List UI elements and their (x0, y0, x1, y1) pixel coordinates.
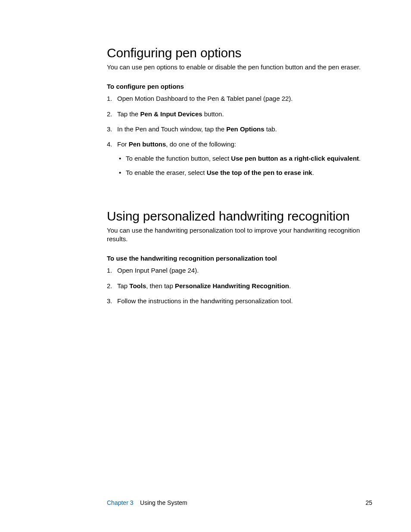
section-configuring-pen-options: Configuring pen options You can use pen … (107, 46, 372, 177)
step-1: Open Motion Dashboard to the Pen & Table… (107, 94, 372, 103)
text: , do one of the following: (166, 140, 236, 148)
step-2: Tap the Pen & Input Devices button. (107, 110, 372, 118)
text: In the Pen and Touch window, tap the (117, 125, 226, 133)
step-2: Tap Tools, then tap Personalize Handwrit… (107, 282, 372, 290)
step-3: Follow the instructions in the handwriti… (107, 297, 372, 305)
text: , then tap (146, 282, 175, 289)
bullet-1: To enable the function button, select Us… (117, 154, 372, 163)
page-content: Configuring pen options You can use pen … (0, 0, 411, 338)
page-number: 25 (365, 499, 372, 506)
bold-text: Use pen button as a right-click equivale… (231, 155, 359, 162)
text: Tap (117, 282, 129, 289)
section-heading: Configuring pen options (107, 46, 372, 60)
footer-title: Using the System (140, 499, 187, 506)
section-handwriting-recognition: Using personalized handwriting recogniti… (107, 209, 372, 305)
bold-text: Pen & Input Devices (140, 110, 202, 118)
text: To enable the function button, select (126, 155, 231, 162)
text: . (289, 282, 291, 289)
bold-text: Pen Options (226, 125, 264, 133)
text: To enable the eraser, select (126, 169, 207, 176)
step-4: For Pen buttons, do one of the following… (107, 140, 372, 177)
text: . (312, 169, 314, 176)
section-intro: You can use pen options to enable or dis… (107, 63, 372, 72)
section-heading: Using personalized handwriting recogniti… (107, 209, 372, 224)
page-footer: Chapter 3 Using the System 25 (107, 499, 372, 506)
bold-text: Tools (129, 282, 146, 289)
ordered-list: Open Input Panel (page 24). Tap Tools, t… (107, 266, 372, 305)
procedure-heading: To use the handwriting recognition perso… (107, 255, 372, 262)
text: Tap the (117, 110, 140, 118)
bold-text: Personalize Handwriting Recognition (175, 282, 289, 289)
spacer (135, 499, 138, 506)
bold-text: Pen buttons (129, 140, 166, 148)
text: button. (202, 110, 224, 118)
step-3: In the Pen and Touch window, tap the Pen… (107, 125, 372, 134)
text: . (359, 155, 361, 162)
text: For (117, 140, 129, 148)
bold-text: Use the top of the pen to erase ink (207, 169, 312, 176)
footer-left: Chapter 3 Using the System (107, 499, 187, 506)
section-intro: You can use the handwriting personalizat… (107, 226, 372, 244)
text: tab. (265, 125, 277, 133)
procedure-heading: To configure pen options (107, 83, 372, 90)
bullet-list: To enable the function button, select Us… (117, 154, 372, 177)
bullet-2: To enable the eraser, select Use the top… (117, 168, 372, 177)
chapter-label: Chapter 3 (107, 499, 133, 506)
ordered-list: Open Motion Dashboard to the Pen & Table… (107, 94, 372, 177)
step-1: Open Input Panel (page 24). (107, 266, 372, 275)
